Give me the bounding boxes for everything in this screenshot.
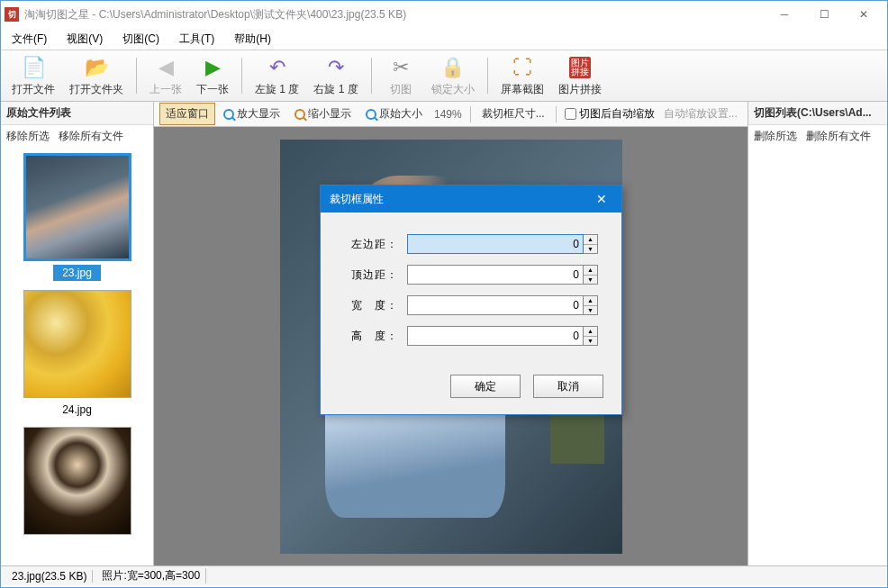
next-image-button[interactable]: ▶ 下一张 (191, 53, 234, 99)
separator (241, 58, 242, 94)
crop-properties-dialog: 裁切框属性 ✕ 左边距： ▲▼ 顶边距： ▲▼ 宽 度： ▲▼ 高 度： (320, 185, 622, 415)
scissors-icon: ✂ (388, 55, 413, 80)
original-size-button[interactable]: 原始大小 (359, 103, 429, 125)
dialog-title-text: 裁切框属性 (330, 192, 591, 207)
crop-list-panel: 切图列表(C:\Users\Ad... 删除所选 删除所有文件 (748, 102, 887, 565)
zoom-in-icon (223, 109, 234, 120)
source-panel-title: 原始文件列表 (1, 102, 153, 125)
separator (556, 106, 557, 122)
minimize-button[interactable]: ─ (765, 2, 804, 27)
menu-tools[interactable]: 工具(T) (176, 30, 218, 49)
separator (371, 58, 372, 94)
top-margin-label: 顶边距： (344, 267, 398, 283)
close-button[interactable]: ✕ (844, 2, 883, 27)
app-icon: 切 (5, 7, 19, 22)
menubar: 文件(F) 视图(V) 切图(C) 工具(T) 帮助(H) (1, 28, 887, 50)
rotate-right-button[interactable]: ↷ 右旋 1 度 (308, 53, 363, 99)
thumbnail-item[interactable] (6, 427, 148, 542)
zoom-level-label: 149% (430, 108, 466, 121)
dialog-titlebar[interactable]: 裁切框属性 ✕ (321, 185, 621, 213)
dialog-close-button[interactable]: ✕ (591, 188, 612, 210)
crop-panel-title: 切图列表(C:\Users\Ad... (748, 102, 887, 125)
thumbnail-image (23, 290, 131, 398)
image-join-button[interactable]: 图片拼接 图片拼接 (553, 53, 607, 99)
view-toolbar: 适应窗口 放大显示 缩小显示 原始大小 149% 裁切框尺寸... 切图后自动缩… (154, 102, 748, 127)
spin-up-icon[interactable]: ▲ (584, 327, 597, 337)
camera-icon: ⛶ (510, 55, 535, 80)
spin-up-icon[interactable]: ▲ (584, 296, 597, 306)
main-toolbar: 📄 打开文件 📂 打开文件夹 ◀ 上一张 ▶ 下一张 ↶ 左旋 1 度 ↷ 右旋… (1, 50, 887, 102)
open-folder-button[interactable]: 📂 打开文件夹 (64, 53, 129, 99)
status-file-info: 23.jpg(23.5 KB) (6, 570, 93, 583)
statusbar: 23.jpg(23.5 KB) 照片:宽=300,高=300 (1, 565, 887, 585)
join-icon: 图片拼接 (567, 55, 593, 80)
open-file-button[interactable]: 📄 打开文件 (6, 53, 60, 99)
auto-zoom-checkbox[interactable]: 切图后自动缩放 (561, 106, 658, 122)
remove-selected-link[interactable]: 移除所选 (6, 129, 50, 144)
separator (487, 58, 488, 94)
magnifier-icon (366, 109, 376, 120)
thumbnail-item[interactable]: 23.jpg (6, 153, 148, 281)
top-margin-input[interactable] (407, 265, 584, 285)
spin-down-icon[interactable]: ▼ (584, 337, 597, 346)
cancel-button[interactable]: 取消 (533, 375, 603, 398)
titlebar-text: 淘淘切图之星 - C:\Users\Administrator\Desktop\… (24, 7, 765, 23)
separator (136, 58, 137, 94)
width-label: 宽 度： (344, 298, 398, 313)
screenshot-button[interactable]: ⛶ 屏幕截图 (495, 53, 549, 99)
arrow-right-icon: ▶ (200, 55, 225, 80)
menu-view[interactable]: 视图(V) (63, 30, 106, 49)
width-input[interactable] (407, 295, 584, 315)
remove-all-link[interactable]: 移除所有文件 (59, 129, 123, 144)
top-margin-spinner[interactable]: ▲▼ (584, 265, 598, 285)
source-files-panel: 原始文件列表 移除所选 移除所有文件 23.jpg 24.jpg (1, 102, 154, 565)
prev-image-button: ◀ 上一张 (144, 53, 187, 99)
rotate-right-icon: ↷ (323, 55, 349, 80)
lock-icon: 🔒 (440, 55, 466, 80)
maximize-button[interactable]: ☐ (804, 2, 844, 27)
auto-zoom-settings-link[interactable]: 自动缩放设置... (660, 106, 741, 122)
left-margin-label: 左边距： (344, 237, 398, 252)
spin-up-icon[interactable]: ▲ (584, 235, 597, 245)
titlebar: 切 淘淘切图之星 - C:\Users\Administrator\Deskto… (1, 1, 887, 28)
separator (470, 106, 471, 122)
height-spinner[interactable]: ▲▼ (584, 326, 598, 346)
auto-zoom-check-input[interactable] (565, 108, 576, 120)
status-dimensions: 照片:宽=300,高=300 (96, 568, 206, 583)
thumbnail-name (68, 538, 86, 542)
lock-size-button: 🔒 锁定大小 (426, 53, 480, 99)
thumbnail-image (23, 153, 131, 261)
thumbnail-item[interactable]: 24.jpg (6, 290, 148, 418)
rotate-left-button[interactable]: ↶ 左旋 1 度 (249, 53, 304, 99)
menu-crop[interactable]: 切图(C) (119, 30, 163, 49)
crop-button: ✂ 切图 (379, 53, 422, 99)
spin-down-icon[interactable]: ▼ (584, 306, 597, 315)
folder-icon: 📂 (84, 55, 109, 80)
zoom-out-button[interactable]: 缩小显示 (288, 103, 358, 125)
width-spinner[interactable]: ▲▼ (584, 295, 598, 315)
left-margin-spinner[interactable]: ▲▼ (584, 234, 598, 254)
thumbnail-list: 23.jpg 24.jpg (1, 148, 153, 565)
file-icon: 📄 (21, 55, 46, 80)
height-label: 高 度： (344, 329, 398, 344)
delete-selected-link[interactable]: 删除所选 (754, 129, 797, 144)
height-input[interactable] (407, 326, 584, 346)
crop-size-button[interactable]: 裁切框尺寸... (476, 103, 551, 125)
menu-file[interactable]: 文件(F) (8, 30, 50, 49)
left-margin-input[interactable] (407, 234, 584, 254)
menu-help[interactable]: 帮助(H) (231, 30, 275, 49)
thumbnail-image (23, 427, 131, 535)
spin-down-icon[interactable]: ▼ (584, 276, 597, 285)
thumbnail-name: 23.jpg (53, 265, 101, 281)
ok-button[interactable]: 确定 (450, 375, 521, 398)
spin-up-icon[interactable]: ▲ (584, 266, 597, 276)
fit-window-button[interactable]: 适应窗口 (159, 103, 215, 125)
zoom-in-button[interactable]: 放大显示 (217, 103, 286, 125)
zoom-out-icon (294, 109, 305, 120)
delete-all-link[interactable]: 删除所有文件 (806, 129, 871, 144)
arrow-left-icon: ◀ (153, 55, 178, 80)
thumbnail-name: 24.jpg (53, 402, 101, 418)
spin-down-icon[interactable]: ▼ (584, 245, 597, 254)
rotate-left-icon: ↶ (265, 55, 290, 80)
